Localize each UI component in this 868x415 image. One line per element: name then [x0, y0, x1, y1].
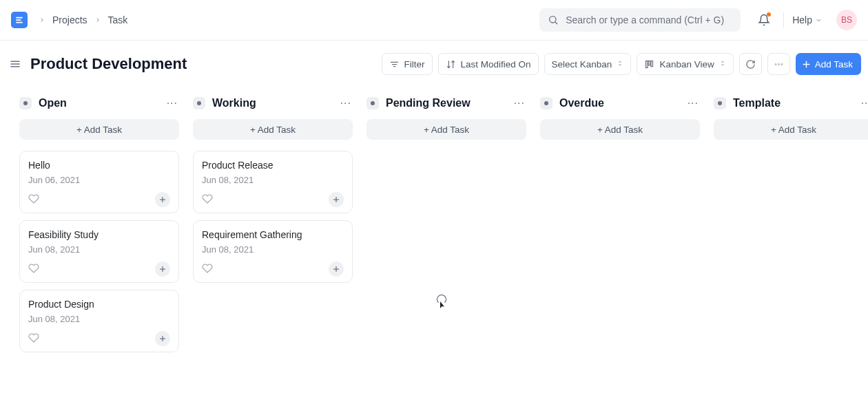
more-button[interactable] — [767, 53, 790, 75]
breadcrumb: Projects Task — [39, 14, 127, 25]
status-dot-icon — [19, 97, 32, 109]
task-title: Feasibility Study — [28, 229, 170, 240]
avatar[interactable]: BS — [836, 10, 857, 30]
task-date: Jun 06, 2021 — [28, 175, 170, 185]
refresh-button[interactable] — [739, 53, 762, 75]
chevron-updown-icon — [719, 59, 726, 70]
task-footer — [202, 192, 344, 207]
svg-point-11 — [775, 63, 776, 65]
column-add-task-button[interactable]: + Add Task — [19, 119, 179, 140]
kanban-board: Open ··· + Add Task Hello Jun 06, 2021 F… — [0, 75, 868, 359]
column-header: Template ··· — [714, 97, 868, 109]
column-title: Open — [39, 97, 67, 109]
task-title: Product Release — [202, 160, 344, 171]
svg-rect-10 — [651, 61, 653, 66]
view-label: Kanban View — [659, 59, 714, 70]
assign-button[interactable] — [329, 192, 344, 207]
column-add-task-button[interactable]: + Add Task — [193, 119, 353, 140]
sort-button[interactable]: Last Modified On — [438, 53, 539, 75]
chevron-right-icon — [39, 14, 45, 25]
like-button[interactable] — [202, 193, 213, 206]
sort-label: Last Modified On — [461, 59, 531, 70]
task-footer — [28, 262, 170, 277]
column-add-task-button[interactable]: + Add Task — [540, 119, 700, 140]
like-button[interactable] — [28, 193, 39, 206]
notifications-button[interactable] — [753, 9, 775, 31]
column-title: Working — [212, 97, 256, 109]
help-button[interactable]: Help — [792, 14, 823, 25]
svg-line-1 — [555, 22, 557, 24]
task-card[interactable]: Product Release Jun 08, 2021 — [193, 151, 353, 213]
filter-label: Filter — [404, 59, 425, 70]
view-switcher-button[interactable]: Kanban View — [637, 53, 733, 75]
svg-point-0 — [550, 17, 556, 23]
task-date: Jun 08, 2021 — [202, 175, 344, 185]
kanban-column: Overdue ··· + Add Task — [540, 97, 700, 359]
breadcrumb-projects[interactable]: Projects — [52, 14, 87, 25]
task-footer — [28, 192, 170, 207]
svg-rect-9 — [649, 61, 651, 65]
column-header: Pending Review ··· — [366, 97, 526, 109]
select-kanban-label: Select Kanban — [552, 59, 612, 70]
kanban-column: Open ··· + Add Task Hello Jun 06, 2021 F… — [19, 97, 179, 359]
column-more-button[interactable]: ··· — [165, 97, 179, 109]
status-dot-icon — [366, 97, 379, 109]
task-date: Jun 08, 2021 — [202, 244, 344, 255]
kanban-column: Pending Review ··· + Add Task — [366, 97, 526, 359]
assign-button[interactable] — [329, 262, 344, 277]
column-title: Overdue — [559, 97, 604, 109]
task-card[interactable]: Hello Jun 06, 2021 — [19, 151, 179, 213]
status-dot-icon — [714, 97, 726, 109]
task-title: Product Design — [28, 299, 170, 310]
task-card[interactable]: Product Design Jun 08, 2021 — [19, 290, 179, 352]
search-box[interactable] — [539, 8, 741, 32]
chevron-right-icon — [94, 14, 101, 25]
like-button[interactable] — [28, 332, 39, 345]
task-footer — [28, 331, 170, 346]
svg-rect-8 — [646, 61, 648, 67]
add-task-label: Add Task — [815, 59, 853, 70]
select-kanban-button[interactable]: Select Kanban — [544, 53, 632, 75]
column-header: Working ··· — [193, 97, 353, 109]
search-input[interactable] — [566, 14, 732, 25]
top-bar: Projects Task Help BS — [0, 0, 868, 41]
kanban-column: Working ··· + Add Task Product Release J… — [193, 97, 353, 359]
status-dot-icon — [540, 97, 552, 109]
task-date: Jun 08, 2021 — [28, 314, 170, 324]
assign-button[interactable] — [155, 262, 170, 277]
column-more-button[interactable]: ··· — [339, 97, 353, 109]
column-title: Template — [733, 97, 781, 109]
add-task-button[interactable]: Add Task — [796, 53, 861, 75]
page-title: Product Development — [30, 55, 187, 73]
svg-point-13 — [781, 63, 783, 65]
column-title: Pending Review — [386, 97, 471, 109]
task-title: Requirement Gathering — [202, 229, 344, 240]
column-header: Open ··· — [19, 97, 179, 109]
toolbar: Product Development Filter Last Modified… — [0, 41, 868, 75]
task-footer — [202, 262, 344, 277]
task-date: Jun 08, 2021 — [28, 244, 170, 255]
task-card[interactable]: Requirement Gathering Jun 08, 2021 — [193, 220, 353, 283]
task-card[interactable]: Feasibility Study Jun 08, 2021 — [19, 220, 179, 283]
help-label: Help — [792, 14, 812, 25]
like-button[interactable] — [28, 263, 39, 276]
kanban-column: Template ··· + Add Task — [714, 97, 868, 359]
chevron-updown-icon — [617, 59, 623, 70]
status-dot-icon — [193, 97, 205, 109]
column-add-task-button[interactable]: + Add Task — [366, 119, 526, 140]
breadcrumb-task[interactable]: Task — [108, 14, 128, 25]
like-button[interactable] — [202, 263, 213, 276]
column-more-button[interactable]: ··· — [860, 97, 868, 109]
column-more-button[interactable]: ··· — [686, 97, 700, 109]
task-title: Hello — [28, 160, 170, 171]
assign-button[interactable] — [155, 331, 170, 346]
notification-dot-icon — [767, 12, 771, 17]
brand-logo[interactable] — [11, 12, 28, 28]
assign-button[interactable] — [155, 192, 170, 207]
column-more-button[interactable]: ··· — [513, 97, 526, 109]
column-header: Overdue ··· — [540, 97, 700, 109]
sidebar-toggle-button[interactable] — [7, 56, 23, 72]
svg-point-12 — [778, 63, 779, 65]
filter-button[interactable]: Filter — [382, 53, 433, 75]
column-add-task-button[interactable]: + Add Task — [714, 119, 868, 140]
